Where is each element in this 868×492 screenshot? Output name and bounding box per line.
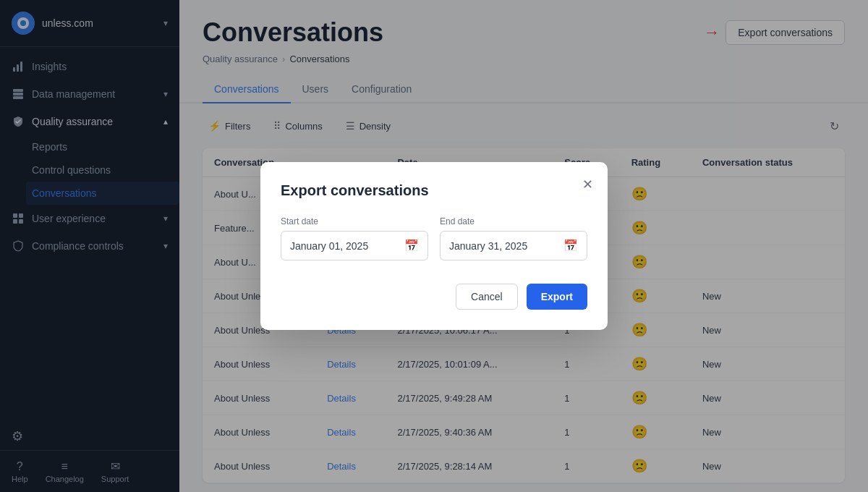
modal-close-button[interactable]: ✕ [582, 177, 593, 192]
modal-actions: Cancel Export [281, 284, 587, 310]
start-date-label: Start date [281, 216, 428, 226]
end-calendar-icon: 📅 [563, 239, 578, 253]
modal-overlay[interactable]: Export conversations ✕ Start date Januar… [0, 0, 868, 492]
start-calendar-icon: 📅 [404, 239, 419, 253]
start-date-field: Start date January 01, 2025 📅 [281, 216, 428, 260]
cancel-button[interactable]: Cancel [456, 284, 518, 310]
end-date-value: January 31, 2025 [449, 240, 527, 252]
modal-dates: Start date January 01, 2025 📅 End date J… [281, 216, 587, 260]
start-date-input[interactable]: January 01, 2025 📅 [281, 231, 428, 260]
export-modal: Export conversations ✕ Start date Januar… [260, 162, 608, 330]
start-date-value: January 01, 2025 [290, 240, 368, 252]
end-date-field: End date January 31, 2025 📅 [440, 216, 587, 260]
modal-title: Export conversations [281, 182, 587, 199]
export-button[interactable]: Export [527, 284, 587, 310]
end-date-label: End date [440, 216, 587, 226]
end-date-input[interactable]: January 31, 2025 📅 [440, 231, 587, 260]
